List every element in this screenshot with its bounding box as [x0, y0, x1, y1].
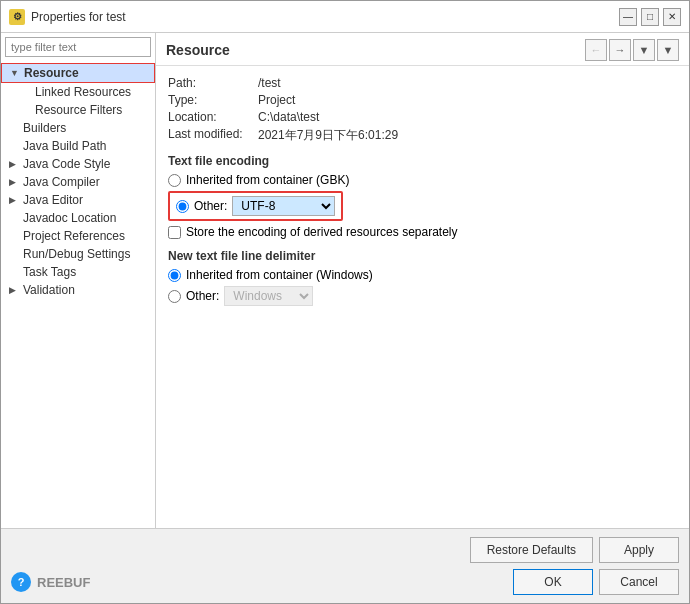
tree-item-resource-filters[interactable]: Resource Filters — [1, 101, 155, 119]
nav-buttons: ← → ▼ ▼ — [585, 39, 679, 61]
footer-right: OK Cancel — [513, 569, 679, 595]
tree-item-builders[interactable]: Builders — [1, 119, 155, 137]
location-row: Location: C:\data\test — [168, 110, 677, 124]
minimize-button[interactable]: — — [619, 8, 637, 26]
encoding-select[interactable]: UTF-8 UTF-16 ISO-8859-1 GBK — [232, 196, 335, 216]
title-buttons: — □ ✕ — [619, 8, 681, 26]
expand-code-style-icon — [9, 159, 19, 169]
tree-item-validation-label: Validation — [23, 283, 75, 297]
tree-item-build-label: Java Build Path — [23, 139, 106, 153]
tree-item-project-refs-label: Project References — [23, 229, 125, 243]
expand-editor-icon — [9, 195, 19, 205]
expand-validation-icon — [9, 285, 19, 295]
panel-title: Resource — [166, 42, 230, 58]
tree-item-linked-resources[interactable]: Linked Resources — [1, 83, 155, 101]
expand-resource-icon — [10, 68, 20, 78]
footer-bottom: ? REEBUF OK Cancel — [11, 569, 679, 595]
tree-item-run-debug-label: Run/Debug Settings — [23, 247, 130, 261]
other-encoding-radio[interactable] — [176, 200, 189, 213]
line-delimiter-section-title: New text file line delimiter — [168, 249, 677, 263]
watermark-text: REEBUF — [37, 575, 90, 590]
path-value: /test — [258, 76, 281, 90]
dialog-title: Properties for test — [31, 10, 126, 24]
other-encoding-label: Other: — [194, 199, 227, 213]
store-encoding-checkbox[interactable] — [168, 226, 181, 239]
watermark-icon: ? — [11, 572, 31, 592]
tree-item-compiler-label: Java Compiler — [23, 175, 100, 189]
inherited-line-radio[interactable] — [168, 269, 181, 282]
inherited-line-label: Inherited from container (Windows) — [186, 268, 373, 282]
cancel-button[interactable]: Cancel — [599, 569, 679, 595]
ok-button[interactable]: OK — [513, 569, 593, 595]
inherited-encoding-radio[interactable] — [168, 174, 181, 187]
tree-item-run-debug[interactable]: Run/Debug Settings — [1, 245, 155, 263]
properties-dialog: ⚙ Properties for test — □ ✕ Resource Lin… — [0, 0, 690, 604]
inherited-line-row: Inherited from container (Windows) — [168, 268, 677, 282]
tree-item-javadoc[interactable]: Javadoc Location — [1, 209, 155, 227]
tree-item-java-editor[interactable]: Java Editor — [1, 191, 155, 209]
right-header: Resource ← → ▼ ▼ — [156, 33, 689, 66]
store-encoding-label: Store the encoding of derived resources … — [186, 225, 458, 239]
type-label: Type: — [168, 93, 258, 107]
tree-item-java-code-style[interactable]: Java Code Style — [1, 155, 155, 173]
type-row: Type: Project — [168, 93, 677, 107]
dropdown-button[interactable]: ▼ — [633, 39, 655, 61]
right-content: Path: /test Type: Project Location: C:\d… — [156, 66, 689, 528]
path-row: Path: /test — [168, 76, 677, 90]
tree-item-java-build-path[interactable]: Java Build Path — [1, 137, 155, 155]
menu-button[interactable]: ▼ — [657, 39, 679, 61]
store-encoding-row: Store the encoding of derived resources … — [168, 225, 677, 239]
tree-item-resource[interactable]: Resource — [1, 63, 155, 83]
tree-area: Resource Linked Resources Resource Filte… — [1, 61, 155, 528]
other-line-row: Other: Windows Unix Mac — [168, 286, 677, 306]
tree-item-filters-label: Resource Filters — [35, 103, 122, 117]
apply-button[interactable]: Apply — [599, 537, 679, 563]
other-line-radio[interactable] — [168, 290, 181, 303]
location-label: Location: — [168, 110, 258, 124]
tree-item-task-tags[interactable]: Task Tags — [1, 263, 155, 281]
dialog-body: Resource Linked Resources Resource Filte… — [1, 33, 689, 528]
right-panel: Resource ← → ▼ ▼ Path: /test Type: Proje… — [156, 33, 689, 528]
footer-left: ? REEBUF — [11, 572, 90, 592]
tree-item-code-style-label: Java Code Style — [23, 157, 110, 171]
tree-item-linked-label: Linked Resources — [35, 85, 131, 99]
tree-item-validation[interactable]: Validation — [1, 281, 155, 299]
title-bar: ⚙ Properties for test — □ ✕ — [1, 1, 689, 33]
tree-item-javadoc-label: Javadoc Location — [23, 211, 116, 225]
filter-input[interactable] — [5, 37, 151, 57]
modified-value: 2021年7月9日下午6:01:29 — [258, 127, 398, 144]
tree-item-task-tags-label: Task Tags — [23, 265, 76, 279]
dialog-icon: ⚙ — [9, 9, 25, 25]
tree-item-resource-label: Resource — [24, 66, 79, 80]
close-button[interactable]: ✕ — [663, 8, 681, 26]
line-delimiter-select[interactable]: Windows Unix Mac — [224, 286, 313, 306]
tree-item-editor-label: Java Editor — [23, 193, 83, 207]
footer-top: Restore Defaults Apply — [11, 537, 679, 563]
tree-item-java-compiler[interactable]: Java Compiler — [1, 173, 155, 191]
inherited-encoding-label: Inherited from container (GBK) — [186, 173, 349, 187]
path-label: Path: — [168, 76, 258, 90]
modified-row: Last modified: 2021年7月9日下午6:01:29 — [168, 127, 677, 144]
dialog-footer: Restore Defaults Apply ? REEBUF OK Cance… — [1, 528, 689, 603]
title-bar-left: ⚙ Properties for test — [9, 9, 126, 25]
back-button[interactable]: ← — [585, 39, 607, 61]
left-panel: Resource Linked Resources Resource Filte… — [1, 33, 156, 528]
maximize-button[interactable]: □ — [641, 8, 659, 26]
tree-item-project-refs[interactable]: Project References — [1, 227, 155, 245]
other-encoding-box: Other: UTF-8 UTF-16 ISO-8859-1 GBK — [168, 191, 343, 221]
restore-defaults-button[interactable]: Restore Defaults — [470, 537, 593, 563]
encoding-section-title: Text file encoding — [168, 154, 677, 168]
tree-item-builders-label: Builders — [23, 121, 66, 135]
inherited-encoding-row: Inherited from container (GBK) — [168, 173, 677, 187]
modified-label: Last modified: — [168, 127, 258, 144]
location-value: C:\data\test — [258, 110, 319, 124]
other-line-label: Other: — [186, 289, 219, 303]
expand-compiler-icon — [9, 177, 19, 187]
type-value: Project — [258, 93, 295, 107]
forward-button[interactable]: → — [609, 39, 631, 61]
